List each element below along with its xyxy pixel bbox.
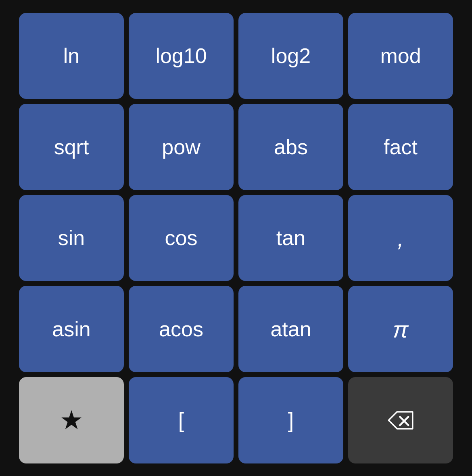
tan-label: tan (276, 226, 305, 250)
log2-button[interactable]: log2 (238, 13, 343, 99)
ln-label: ln (63, 44, 79, 68)
sqrt-label: sqrt (54, 135, 89, 159)
acos-button[interactable]: acos (129, 286, 234, 372)
abs-label: abs (274, 135, 308, 159)
comma-label: , (397, 224, 404, 252)
sqrt-button[interactable]: sqrt (19, 104, 124, 190)
atan-label: atan (270, 317, 311, 341)
lbracket-label: [ (178, 408, 184, 432)
backspace-icon (386, 406, 415, 434)
pi-label: π (393, 316, 409, 343)
backspace-button[interactable] (348, 377, 453, 463)
rbracket-label: ] (288, 408, 294, 432)
asin-button[interactable]: asin (19, 286, 124, 372)
ln-button[interactable]: ln (19, 13, 124, 99)
sin-button[interactable]: sin (19, 195, 124, 281)
mod-button[interactable]: mod (348, 13, 453, 99)
cos-button[interactable]: cos (129, 195, 234, 281)
comma-button[interactable]: , (348, 195, 453, 281)
log10-button[interactable]: log10 (129, 13, 234, 99)
log10-label: log10 (155, 44, 207, 68)
star-icon: ★ (60, 405, 83, 435)
sin-label: sin (58, 226, 85, 250)
pow-button[interactable]: pow (129, 104, 234, 190)
tan-button[interactable]: tan (238, 195, 343, 281)
log2-label: log2 (271, 44, 311, 68)
abs-button[interactable]: abs (238, 104, 343, 190)
calculator-keypad: ln log10 log2 mod sqrt pow abs fact sin … (14, 8, 458, 468)
star-button[interactable]: ★ (19, 377, 124, 463)
cos-label: cos (165, 226, 198, 250)
mod-label: mod (380, 44, 421, 68)
pi-button[interactable]: π (348, 286, 453, 372)
fact-button[interactable]: fact (348, 104, 453, 190)
atan-button[interactable]: atan (238, 286, 343, 372)
pow-label: pow (162, 135, 200, 159)
lbracket-button[interactable]: [ (129, 377, 234, 463)
rbracket-button[interactable]: ] (238, 377, 343, 463)
fact-label: fact (384, 135, 418, 159)
acos-label: acos (159, 317, 203, 341)
asin-label: asin (52, 317, 90, 341)
